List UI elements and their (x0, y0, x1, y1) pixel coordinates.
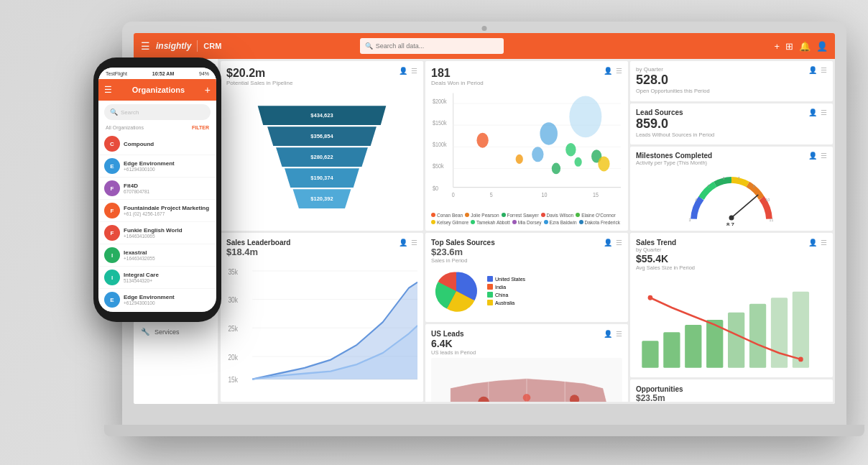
us-map (431, 358, 622, 402)
phone-add-icon[interactable]: + (205, 84, 211, 96)
scatter-card: 181 Deals Won in Period 👤 ☰ (425, 61, 628, 231)
laptop-base (104, 425, 864, 436)
list-item[interactable]: E Edge Environment+61294300100 (98, 289, 216, 311)
lead-person-icon: 👤 (808, 109, 817, 116)
user-icon[interactable]: 👤 (816, 41, 828, 52)
svg-text:10: 10 (541, 191, 547, 198)
list-item[interactable]: C Compound (98, 133, 216, 155)
scatter-chart: $0 $50k $100k $150k $200k (431, 88, 622, 211)
avatar: C (104, 136, 120, 152)
main-layout: 🏠Home ✓Tasks 👤Contacts 🏢Organizations ↗L… (134, 59, 835, 404)
menu-dots-icon[interactable]: ☰ (411, 67, 417, 75)
top-sales-title: Top Sales Sources (431, 239, 495, 247)
bell-icon[interactable]: 🔔 (799, 41, 811, 52)
svg-point-61 (648, 295, 653, 300)
top-sales-menu-icon[interactable]: ☰ (616, 239, 622, 247)
top-sales-card: Top Sales Sources $23.6m Sales in Period… (425, 233, 628, 322)
milestones-subtitle: Activity per Type (This Month) (636, 160, 712, 166)
svg-point-34 (729, 215, 734, 220)
list-item[interactable]: I Iexastral+16463432055 (98, 244, 216, 267)
svg-text:8.7: 8.7 (726, 221, 735, 226)
sidebar-item-services[interactable]: 🔧Services (134, 323, 218, 340)
svg-text:7: 7 (738, 176, 740, 180)
search-input[interactable] (376, 42, 499, 50)
quarter-menu-icon[interactable]: ☰ (821, 66, 827, 74)
list-item[interactable]: F Fit4D6707804781 (98, 178, 216, 200)
us-leads-menu-icon[interactable]: ☰ (616, 330, 622, 338)
svg-point-21 (552, 163, 560, 175)
svg-text:0: 0 (452, 191, 455, 198)
list-item[interactable]: I Integral Care5134544320+ (98, 267, 216, 289)
navbar-actions: + ⊞ 🔔 👤 (774, 41, 828, 52)
module-label: CRM (203, 42, 221, 50)
lead-sources-card: Lead Sources 859.0 Leads Without Sources… (630, 103, 833, 144)
svg-point-16 (516, 155, 523, 164)
svg-point-20 (532, 147, 543, 162)
phone-screen: TestFlight 10:52 AM 94% ☰ Organizations … (98, 68, 216, 312)
svg-point-15 (476, 133, 488, 148)
search-icon: 🔍 (365, 42, 373, 50)
gauge-chart: 3 4 5 6 7 9 10 11 (636, 168, 827, 226)
sales-trend-card: Sales Trend by Quarter $55.4K Avg Sales … (630, 233, 833, 377)
avatar: F (104, 203, 120, 218)
svg-rect-58 (749, 303, 766, 367)
svg-text:3: 3 (689, 218, 691, 222)
scatter-subtitle: Deals Won in Period (431, 80, 484, 86)
phone-filter-button[interactable]: FILTER (192, 125, 209, 130)
scatter-value: 181 (431, 67, 484, 80)
svg-rect-55 (685, 324, 701, 367)
avatar: E (104, 158, 120, 174)
search-bar[interactable]: 🔍 (360, 38, 504, 54)
list-item[interactable]: F Funkie English World+16463410065 (98, 222, 216, 244)
right-bottom-column: Sales Trend by Quarter $55.4K Avg Sales … (630, 233, 833, 402)
us-leads-value: 6.4K (431, 338, 476, 349)
milestones-menu-icon[interactable]: ☰ (821, 152, 827, 160)
phone-menu-icon[interactable]: ☰ (104, 85, 112, 95)
opportunities-card: Opportunities $23.5m (630, 379, 833, 402)
phone-frame: TestFlight 10:52 AM 94% ☰ Organizations … (93, 57, 221, 322)
milestones-card: Milestones Completed Activity per Type (… (630, 147, 833, 231)
grid-icon[interactable]: ⊞ (785, 41, 793, 52)
list-item[interactable]: E Edge Environment+61294300100 (98, 155, 216, 178)
funnel-value: $20.2m (226, 67, 293, 80)
svg-point-17 (540, 122, 558, 144)
avatar: I (104, 270, 120, 285)
leaderboard-card: Sales Leaderboard $18.4m 👤 ☰ (221, 233, 423, 402)
svg-point-62 (798, 356, 803, 362)
laptop-frame: ☰ insightly CRM 🔍 + ⊞ 🔔 👤 (122, 22, 846, 436)
svg-rect-59 (771, 298, 788, 368)
services-icon: 🔧 (141, 328, 149, 336)
sales-trend-chart (636, 273, 827, 372)
quarter-person-icon: 👤 (808, 66, 817, 74)
svg-text:6: 6 (723, 176, 725, 180)
svg-text:10: 10 (765, 198, 770, 202)
person-icon: 👤 (399, 67, 407, 75)
trend-menu-icon[interactable]: ☰ (821, 239, 827, 247)
phone-time: 10:52 AM (152, 71, 174, 76)
svg-text:$200k: $200k (433, 98, 447, 105)
top-sales-person-icon: 👤 (604, 239, 612, 247)
quarter-value: 528.0 (636, 73, 710, 88)
dashboard-grid: $20.2m Potential Sales in Pipeline 👤 ☰ $… (218, 59, 835, 404)
svg-rect-57 (728, 312, 744, 367)
svg-text:9: 9 (753, 183, 755, 188)
svg-text:$150k: $150k (433, 119, 447, 126)
quarter-card: by Quarter 528.0 Open Opportunities this… (630, 61, 833, 101)
svg-line-33 (731, 195, 758, 218)
hamburger-icon[interactable]: ☰ (141, 40, 150, 52)
list-item[interactable]: F Fountaindale Project Marketing+61 (02)… (98, 200, 216, 222)
phone-all-label: All Organizations (106, 125, 144, 130)
svg-text:30k: 30k (228, 295, 238, 304)
sales-trend-sublabel: Avg Sales Size in Period (636, 264, 695, 271)
svg-text:35k: 35k (228, 267, 238, 275)
add-icon[interactable]: + (774, 41, 780, 52)
svg-text:15: 15 (593, 191, 599, 198)
lead-menu-icon[interactable]: ☰ (821, 109, 827, 116)
phone-search-bar[interactable]: 🔍 Search (104, 104, 211, 120)
leaderboard-menu-icon[interactable]: ☰ (411, 239, 417, 247)
phone-title: Organizations (116, 86, 201, 94)
middle-bottom-column: Top Sales Sources $23.6m Sales in Period… (425, 233, 628, 402)
phone-search-icon: 🔍 (110, 109, 118, 116)
scatter-menu-icon[interactable]: ☰ (616, 67, 622, 75)
svg-text:20k: 20k (228, 352, 238, 361)
